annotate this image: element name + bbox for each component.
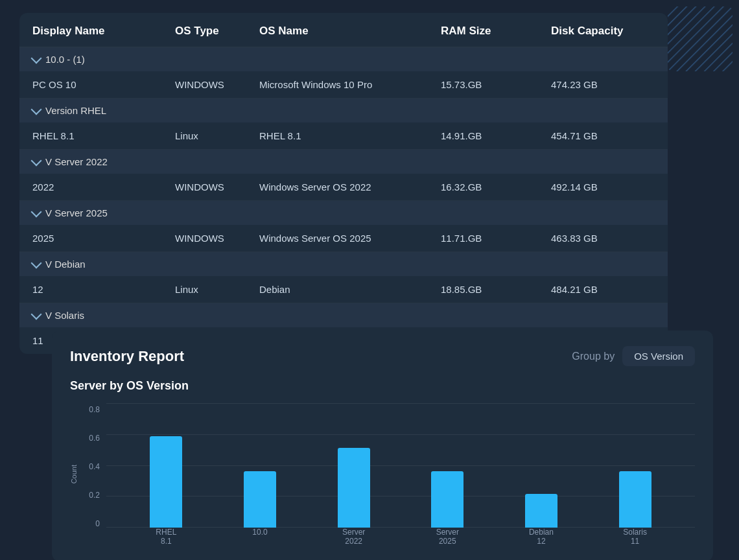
cell-disk: 492.14 GB — [551, 181, 655, 192]
cell-os-type: WINDOWS — [175, 181, 259, 192]
bar-group-1 — [244, 471, 276, 528]
data-row-4-0: 12 Linux Debian 18.85.GB 484.21 GB — [19, 276, 668, 303]
bar-5[interactable] — [619, 471, 651, 528]
cell-ram: 14.91.GB — [441, 130, 551, 141]
cell-ram: 18.85.GB — [441, 284, 551, 295]
chevron-icon-5 — [31, 309, 42, 320]
group-label-5: V Solaris — [32, 310, 655, 321]
cell-disk: 474.23 GB — [551, 79, 655, 90]
x-label-5: Solaris 11 — [619, 528, 651, 546]
cell-os-type: WINDOWS — [175, 79, 259, 90]
cell-os-name: Windows Server OS 2022 — [259, 181, 441, 192]
chevron-icon-0 — [31, 53, 42, 64]
x-label-1: 10.0 — [244, 528, 276, 546]
group-row-1[interactable]: Version RHEL — [19, 99, 668, 122]
group-row-5[interactable]: V Solaris — [19, 303, 668, 327]
data-row-2-0: 2022 WINDOWS Windows Server OS 2022 16.3… — [19, 174, 668, 201]
bar-group-4 — [525, 494, 557, 528]
group-label-3: V Server 2025 — [32, 207, 655, 218]
group-label-2: V Server 2022 — [32, 156, 655, 167]
cell-os-name: Windows Server OS 2025 — [259, 233, 441, 244]
y-label-0: 0 — [95, 520, 100, 528]
chevron-icon-4 — [31, 258, 42, 269]
report-title: Inventory Report — [70, 348, 184, 365]
bar-2[interactable] — [338, 448, 370, 528]
group-row-3[interactable]: V Server 2025 — [19, 201, 668, 225]
y-label-1: 0.2 — [89, 491, 100, 499]
chart-inner: RHEL 8.110.0Server 2022Server 2025Debian… — [106, 403, 695, 546]
y-axis-title: Count — [70, 465, 78, 484]
cell-os-type: Linux — [175, 130, 259, 141]
cell-os-name: Microsoft Windows 10 Pro — [259, 79, 441, 90]
group-row-4[interactable]: V Debian — [19, 252, 668, 276]
report-header: Inventory Report Group by OS Version — [70, 346, 695, 366]
cell-display-name: PC OS 10 — [32, 79, 175, 90]
y-label-4: 0.8 — [89, 406, 100, 414]
cell-os-type: Linux — [175, 284, 259, 295]
bar-group-5 — [619, 471, 651, 528]
svg-rect-1 — [668, 6, 733, 71]
chart-area: Count 00.20.40.60.8 RHEL 8.110.0Server 2… — [70, 403, 695, 546]
bar-1[interactable] — [244, 471, 276, 528]
bar-group-0 — [150, 436, 182, 528]
col-header-ram-size: RAM Size — [441, 25, 551, 38]
table-body: 10.0 - (1) PC OS 10 WINDOWS Microsoft Wi… — [19, 47, 668, 354]
cell-ram: 15.73.GB — [441, 79, 551, 90]
decorative-pattern — [668, 6, 733, 71]
cell-disk: 463.83 GB — [551, 233, 655, 244]
cell-ram: 11.71.GB — [441, 233, 551, 244]
chevron-icon-2 — [31, 156, 42, 167]
cell-os-type: WINDOWS — [175, 233, 259, 244]
bar-0[interactable] — [150, 436, 182, 528]
y-axis: 00.20.40.60.8 — [80, 403, 106, 546]
cell-os-name: Debian — [259, 284, 441, 295]
y-label-3: 0.6 — [89, 434, 100, 442]
col-header-disk-capacity: Disk Capacity — [551, 25, 655, 38]
cell-disk: 484.21 GB — [551, 284, 655, 295]
chart-title: Server by OS Version — [70, 379, 695, 393]
cell-display-name: 12 — [32, 284, 175, 295]
col-header-os-type: OS Type — [175, 25, 259, 38]
table-panel: Display Name OS Type OS Name RAM Size Di… — [19, 13, 668, 354]
cell-display-name: 2025 — [32, 233, 175, 244]
chevron-icon-3 — [31, 207, 42, 218]
cell-os-name: RHEL 8.1 — [259, 130, 441, 141]
group-by-label: Group by — [572, 351, 615, 362]
data-row-3-0: 2025 WINDOWS Windows Server OS 2025 11.7… — [19, 225, 668, 252]
cell-display-name: RHEL 8.1 — [32, 130, 175, 141]
group-label-4: V Debian — [32, 259, 655, 270]
col-header-display-name: Display Name — [32, 25, 175, 38]
group-row-2[interactable]: V Server 2022 — [19, 150, 668, 174]
bars-container — [106, 403, 695, 528]
chevron-icon-1 — [31, 104, 42, 115]
group-label-1: Version RHEL — [32, 105, 655, 116]
y-label-2: 0.4 — [89, 463, 100, 471]
bar-4[interactable] — [525, 494, 557, 528]
data-row-1-0: RHEL 8.1 Linux RHEL 8.1 14.91.GB 454.71 … — [19, 122, 668, 150]
table-header: Display Name OS Type OS Name RAM Size Di… — [19, 13, 668, 47]
group-label-0: 10.0 - (1) — [32, 54, 655, 65]
x-label-2: Server 2022 — [338, 528, 370, 546]
x-labels: RHEL 8.110.0Server 2022Server 2025Debian… — [106, 528, 695, 546]
bar-3[interactable] — [431, 471, 463, 528]
bar-group-3 — [431, 471, 463, 528]
x-label-3: Server 2025 — [431, 528, 463, 546]
data-row-0-0: PC OS 10 WINDOWS Microsoft Windows 10 Pr… — [19, 71, 668, 99]
group-by-value[interactable]: OS Version — [622, 346, 695, 366]
x-label-4: Debian 12 — [525, 528, 557, 546]
bar-group-2 — [338, 448, 370, 528]
group-by-container: Group by OS Version — [572, 346, 695, 366]
report-panel: Inventory Report Group by OS Version Ser… — [52, 331, 713, 560]
col-header-os-name: OS Name — [259, 25, 441, 38]
cell-disk: 454.71 GB — [551, 130, 655, 141]
group-row-0[interactable]: 10.0 - (1) — [19, 47, 668, 71]
x-label-0: RHEL 8.1 — [150, 528, 182, 546]
cell-display-name: 2022 — [32, 181, 175, 192]
cell-ram: 16.32.GB — [441, 181, 551, 192]
